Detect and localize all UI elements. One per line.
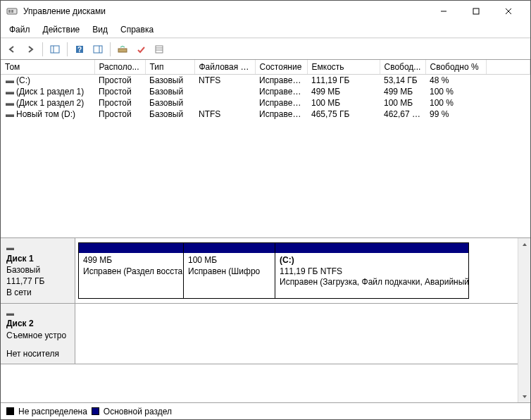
help-button[interactable]: ? <box>71 41 88 58</box>
cell-type: Базовый <box>145 75 194 87</box>
menu-action[interactable]: Действие <box>37 23 86 36</box>
forward-button[interactable] <box>22 41 39 58</box>
cell-capacity: 499 МБ <box>307 86 380 97</box>
menu-file[interactable]: Файл <box>4 23 36 36</box>
cell-free-pct: 100 % <box>425 86 486 97</box>
scroll-down-icon[interactable] <box>518 390 530 402</box>
cell-type: Базовый <box>145 97 194 109</box>
cell-layout: Простой <box>94 75 145 87</box>
cell-free: 100 МБ <box>380 97 425 109</box>
refresh-button[interactable] <box>114 41 131 58</box>
minimize-button[interactable] <box>427 1 460 22</box>
volume-list-pane: Том Располо... Тип Файловая с... Состоян… <box>1 60 530 238</box>
disk-layout: 499 МБИсправен (Раздел восста100 МБИспра… <box>75 238 518 303</box>
cell-fs: NTFS <box>194 109 255 120</box>
col-free[interactable]: Свобод... <box>380 60 425 75</box>
volume-name: (Диск 1 раздел 2) <box>16 98 84 108</box>
disk-row: ▬Диск 1Базовый111,77 ГБВ сети499 МБИспра… <box>1 238 518 304</box>
window-title: Управление дисками <box>23 6 427 16</box>
col-type[interactable]: Тип <box>145 60 194 75</box>
legend-swatch-primary <box>92 407 99 415</box>
col-fs[interactable]: Файловая с... <box>194 60 255 75</box>
svg-rect-11 <box>94 46 102 53</box>
table-row[interactable]: ▬(Диск 1 раздел 1)ПростойБазовыйИсправен… <box>1 86 530 97</box>
cell-fs: NTFS <box>194 75 255 87</box>
disk-row: ▬Диск 2Съемное устроНет носителя <box>1 304 518 364</box>
svg-rect-4 <box>473 8 479 14</box>
table-row[interactable]: ▬Новый том (D:)ПростойБазовыйNTFSИсправе… <box>1 109 530 120</box>
disk-info[interactable]: ▬Диск 1Базовый111,77 ГБВ сети <box>1 238 75 303</box>
col-layout[interactable]: Располо... <box>94 60 145 75</box>
svg-rect-7 <box>51 46 59 53</box>
cell-free: 53,14 ГБ <box>380 75 425 87</box>
volume-name: (C:) <box>16 75 30 85</box>
cell-capacity: 111,19 ГБ <box>307 75 380 87</box>
col-volume[interactable]: Том <box>1 60 94 75</box>
scroll-up-icon[interactable] <box>518 238 530 250</box>
partition-stripe <box>184 243 275 253</box>
close-button[interactable] <box>492 1 525 22</box>
vertical-scrollbar[interactable] <box>518 238 530 402</box>
cell-status: Исправен... <box>255 97 307 109</box>
show-hide-console-tree-button[interactable] <box>46 41 63 58</box>
col-spacer <box>486 60 530 75</box>
partition-status: Исправен (Загрузка, Файл подкачки, Авари… <box>280 277 464 288</box>
disk-type: Базовый <box>6 264 69 276</box>
toolbar: ? <box>1 38 530 59</box>
rescan-disks-button[interactable] <box>132 41 149 58</box>
cell-status: Исправен... <box>255 86 307 97</box>
menu-view[interactable]: Вид <box>87 23 113 36</box>
partition-stripe <box>79 243 183 253</box>
titlebar: Управление дисками <box>1 1 530 22</box>
partition-size: 100 МБ <box>188 255 270 266</box>
disk-state: Нет носителя <box>6 348 69 359</box>
table-header-row: Том Располо... Тип Файловая с... Состоян… <box>1 60 530 75</box>
cell-layout: Простой <box>94 109 145 120</box>
partition[interactable]: 100 МБИсправен (Шифро <box>184 242 275 299</box>
partition-stripe <box>275 243 468 253</box>
cell-free: 462,67 ГБ <box>380 109 425 120</box>
partition[interactable]: 499 МБИсправен (Раздел восста <box>78 242 184 299</box>
col-capacity[interactable]: Емкость <box>307 60 380 75</box>
menu-help[interactable]: Справка <box>115 23 159 36</box>
cell-status: Исправен... <box>255 109 307 120</box>
volume-icon: ▬ <box>5 98 15 108</box>
partition-status: Исправен (Шифро <box>188 266 270 278</box>
cell-layout: Простой <box>94 97 145 109</box>
partition-size: 111,19 ГБ NTFS <box>280 266 464 278</box>
partition-status: Исправен (Раздел восста <box>83 266 179 278</box>
table-row[interactable]: ▬(C:)ПростойБазовыйNTFSИсправен...111,19… <box>1 75 530 87</box>
legend-swatch-unallocated <box>6 407 14 415</box>
volume-icon: ▬ <box>5 87 15 97</box>
partition[interactable]: (C:)111,19 ГБ NTFSИсправен (Загрузка, Фа… <box>275 242 469 299</box>
volume-table[interactable]: Том Располо... Тип Файловая с... Состоян… <box>1 60 530 120</box>
svg-rect-2 <box>11 10 13 13</box>
disk-name: Диск 2 <box>6 318 69 329</box>
list-view-button[interactable] <box>151 41 168 58</box>
volume-name: Новый том (D:) <box>16 109 75 119</box>
cell-status: Исправен... <box>255 75 307 87</box>
disk-icon: ▬ <box>6 242 69 253</box>
col-status[interactable]: Состояние <box>255 60 307 75</box>
col-free-pct[interactable]: Свободно % <box>425 60 486 75</box>
legend-bar: Не распределена Основной раздел <box>1 402 530 419</box>
disk-state: В сети <box>6 287 69 298</box>
svg-rect-13 <box>118 49 127 52</box>
maximize-button[interactable] <box>460 1 492 22</box>
cell-type: Базовый <box>145 109 194 120</box>
svg-rect-1 <box>8 10 11 13</box>
disk-info[interactable]: ▬Диск 2Съемное устроНет носителя <box>1 304 75 364</box>
cell-free-pct: 48 % <box>425 75 486 87</box>
back-button[interactable] <box>4 41 20 58</box>
svg-text:?: ? <box>77 46 82 54</box>
table-row[interactable]: ▬(Диск 1 раздел 2)ПростойБазовыйИсправен… <box>1 97 530 109</box>
cell-fs <box>194 86 255 97</box>
volume-name: (Диск 1 раздел 1) <box>16 87 84 97</box>
legend-label-unallocated: Не распределена <box>18 407 87 416</box>
app-icon <box>6 6 18 17</box>
app-window: Управление дисками Файл Действие Вид Спр… <box>0 0 531 420</box>
cell-free-pct: 99 % <box>425 109 486 120</box>
action-pane-button[interactable] <box>89 41 106 58</box>
disk-list: ▬Диск 1Базовый111,77 ГБВ сети499 МБИспра… <box>1 238 518 402</box>
cell-capacity: 465,75 ГБ <box>307 109 380 120</box>
